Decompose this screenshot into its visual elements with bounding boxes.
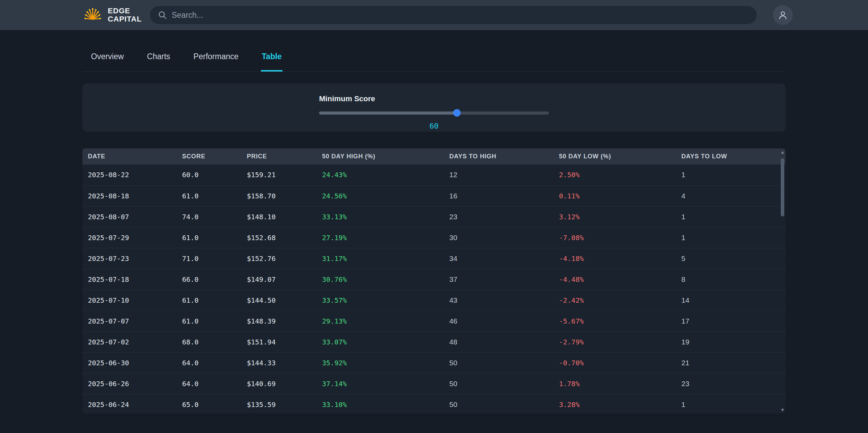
cell-low-pct: -4.48%	[553, 269, 676, 290]
table-row: 2025-07-2371.0$152.7631.17%34-4.18%5	[82, 248, 786, 269]
slider-fill	[319, 111, 457, 115]
user-avatar[interactable]	[773, 5, 793, 25]
top-navbar: EDGE CAPITAL	[0, 0, 868, 30]
column-header-days-to-high: DAYS TO HIGH	[444, 148, 554, 165]
cell-score: 71.0	[177, 248, 241, 269]
cell-low-pct: -7.08%	[553, 227, 676, 248]
cell-days-to-high: 48	[444, 331, 554, 352]
cell-date: 2025-07-23	[82, 248, 177, 269]
column-header-days-to-low: DAYS TO LOW	[676, 148, 786, 165]
tab-charts[interactable]: Charts	[146, 49, 171, 71]
table-body: 2025-08-2260.0$159.2124.43%122.50%12025-…	[82, 165, 786, 414]
cell-price: $152.76	[241, 248, 317, 269]
cell-days-to-low: 17	[676, 311, 786, 331]
table-row: 2025-06-2664.0$140.6937.14%501.78%23	[82, 373, 786, 394]
cell-days-to-low: 21	[676, 352, 786, 373]
table-row: 2025-06-3064.0$144.3335.92%50-0.70%21	[82, 352, 786, 373]
brand-logo-icon	[82, 5, 103, 25]
table-header-row: DATESCOREPRICE50 DAY HIGH (%)DAYS TO HIG…	[82, 148, 786, 165]
cell-score: 65.0	[177, 394, 241, 414]
cell-days-to-high: 50	[444, 373, 554, 394]
cell-score: 60.0	[177, 165, 241, 185]
cell-price: $159.21	[241, 165, 317, 185]
table-row: 2025-07-2961.0$152.6827.19%30-7.08%1	[82, 227, 786, 248]
table-row: 2025-06-2465.0$135.5933.10%503.28%1	[82, 394, 786, 414]
cell-date: 2025-06-26	[82, 373, 177, 394]
cell-low-pct: -2.79%	[553, 331, 676, 352]
cell-price: $135.59	[241, 394, 317, 414]
brand-line2: CAPITAL	[108, 15, 142, 23]
cell-high-pct: 29.13%	[317, 311, 444, 331]
cell-date: 2025-07-10	[82, 290, 177, 311]
cell-days-to-low: 8	[676, 269, 786, 290]
cell-low-pct: 1.78%	[553, 373, 676, 394]
cell-low-pct: 2.50%	[553, 165, 676, 185]
cell-days-to-high: 37	[444, 269, 554, 290]
filter-card: Minimum Score 60	[82, 83, 786, 132]
cell-days-to-high: 16	[444, 185, 554, 206]
cell-days-to-high: 34	[444, 248, 554, 269]
cell-low-pct: -2.42%	[553, 290, 676, 311]
cell-price: $158.70	[241, 185, 317, 206]
slider-thumb[interactable]	[453, 109, 461, 117]
cell-price: $152.68	[241, 227, 317, 248]
cell-high-pct: 33.10%	[317, 394, 444, 414]
cell-days-to-high: 43	[444, 290, 554, 311]
minimum-score-value: 60	[319, 122, 549, 130]
cell-date: 2025-07-18	[82, 269, 177, 290]
cell-price: $140.69	[241, 373, 317, 394]
cell-price: $144.50	[241, 290, 317, 311]
scrollbar-thumb[interactable]	[781, 158, 784, 216]
tab-overview[interactable]: Overview	[90, 49, 124, 71]
cell-high-pct: 27.19%	[317, 227, 444, 248]
tab-performance[interactable]: Performance	[193, 49, 239, 71]
cell-price: $148.39	[241, 311, 317, 331]
cell-days-to-high: 30	[444, 227, 554, 248]
cell-high-pct: 35.92%	[317, 352, 444, 373]
search-input[interactable]	[172, 11, 749, 20]
cell-date: 2025-06-24	[82, 394, 177, 414]
cell-date: 2025-08-22	[82, 165, 177, 185]
column-header-low-pct: 50 DAY LOW (%)	[553, 148, 676, 165]
minimum-score-slider[interactable]	[319, 109, 549, 116]
cell-high-pct: 24.56%	[317, 185, 444, 206]
cell-days-to-low: 4	[676, 185, 786, 206]
cell-score: 61.0	[177, 227, 241, 248]
column-header-high-pct: 50 DAY HIGH (%)	[317, 148, 444, 165]
cell-date: 2025-08-07	[82, 206, 177, 227]
cell-date: 2025-08-18	[82, 185, 177, 206]
tab-table[interactable]: Table	[261, 49, 282, 71]
cell-low-pct: 3.12%	[553, 206, 676, 227]
cell-days-to-high: 23	[444, 206, 554, 227]
cell-days-to-low: 1	[676, 206, 786, 227]
column-header-price: PRICE	[241, 148, 317, 165]
cell-score: 66.0	[177, 269, 241, 290]
table-row: 2025-07-0761.0$148.3929.13%46-5.67%17	[82, 311, 786, 331]
column-header-score: SCORE	[177, 148, 241, 165]
scroll-down-icon[interactable]: ▼	[780, 408, 785, 412]
cell-days-to-high: 50	[444, 394, 554, 414]
cell-days-to-low: 5	[676, 248, 786, 269]
table-row: 2025-08-0774.0$148.1033.13%233.12%1	[82, 206, 786, 227]
table-scrollbar[interactable]: ▲ ▼	[779, 148, 786, 414]
cell-date: 2025-07-02	[82, 331, 177, 352]
search-icon	[158, 11, 167, 19]
cell-days-to-low: 19	[676, 331, 786, 352]
cell-days-to-low: 14	[676, 290, 786, 311]
cell-days-to-low: 1	[676, 394, 786, 414]
column-header-date: DATE	[82, 148, 177, 165]
brand: EDGE CAPITAL	[82, 5, 149, 25]
cell-low-pct: -0.70%	[553, 352, 676, 373]
cell-date: 2025-06-30	[82, 352, 177, 373]
results-table: DATESCOREPRICE50 DAY HIGH (%)DAYS TO HIG…	[82, 148, 786, 414]
cell-date: 2025-07-29	[82, 227, 177, 248]
cell-high-pct: 33.57%	[317, 290, 444, 311]
cell-days-to-low: 1	[676, 227, 786, 248]
cell-price: $144.33	[241, 352, 317, 373]
cell-price: $148.10	[241, 206, 317, 227]
search-bar[interactable]	[149, 5, 757, 25]
table-row: 2025-08-2260.0$159.2124.43%122.50%1	[82, 165, 786, 185]
scroll-up-icon[interactable]: ▲	[780, 150, 785, 154]
cell-score: 68.0	[177, 331, 241, 352]
cell-score: 64.0	[177, 373, 241, 394]
